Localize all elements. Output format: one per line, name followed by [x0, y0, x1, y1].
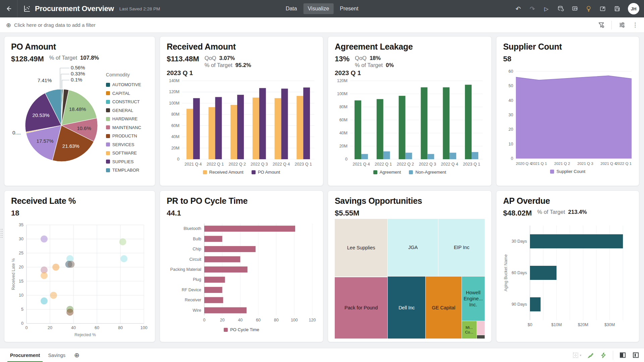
user-avatar[interactable]: JH	[628, 3, 639, 14]
legend-item[interactable]: Supplier Count	[550, 169, 585, 174]
redo-button[interactable]: ↷	[527, 3, 538, 14]
canvas-layout-button[interactable]: ▾	[572, 352, 581, 359]
canvas-drag-handle[interactable]	[0, 228, 3, 238]
po-amount-pie-chart[interactable]: 18.48%10.6%21.63%17.57%0....20.53%7.41%0…	[11, 63, 106, 174]
legend-item[interactable]: SERVICES	[106, 142, 148, 147]
savings-treemap-chart[interactable]: Lee SuppliesJGAEIP IncPack for PoundDell…	[335, 219, 485, 339]
svg-text:2021 Q 2: 2021 Q 2	[554, 162, 570, 166]
legend-item[interactable]: Received Amount	[203, 170, 244, 175]
svg-text:60M: 60M	[171, 123, 179, 128]
treemap-tile-dell-inc[interactable]: Dell Inc	[388, 277, 425, 339]
svg-text:2022 Q 2: 2022 Q 2	[228, 162, 246, 167]
svg-text:2022 Q 1: 2022 Q 1	[207, 162, 224, 167]
save-button[interactable]: ▾	[611, 3, 623, 14]
supplier-count-area-chart[interactable]: 01020304050602020 Q 42021 Q 12021 Q 2202…	[503, 68, 633, 167]
legend-item[interactable]: MAINTENANC	[106, 125, 148, 130]
legend-swatch	[106, 108, 110, 112]
svg-text:60: 60	[256, 318, 261, 322]
tab-visualize[interactable]: Visualize	[303, 3, 333, 14]
treemap-tile-pack-for-pound[interactable]: Pack for Pound	[335, 277, 387, 339]
treemap-tile-eip-inc[interactable]: EIP Inc	[438, 219, 485, 276]
qoq-value: 3.07%	[219, 55, 235, 61]
tab-data[interactable]: Data	[281, 3, 302, 14]
legend-swatch	[373, 170, 377, 174]
add-filter-button[interactable]: ⊕ Click here or drag data to add a filte…	[6, 22, 96, 28]
legend-label: CAPITAL	[112, 91, 130, 96]
svg-text:0.1%: 0.1%	[71, 77, 82, 82]
card-title: PR to PO Cycle Time	[167, 196, 316, 206]
comments-button[interactable]: ▾	[569, 3, 580, 14]
card-received-late: Received Late % 18 020406080100051015202…	[4, 190, 155, 342]
svg-text:2022 Q 2: 2022 Q 2	[397, 162, 414, 167]
card-received-amount: Received Amount $113.48M QoQ 3.07% % of …	[160, 36, 323, 186]
period-label: 2023 Q 1	[335, 69, 485, 77]
svg-text:80: 80	[118, 325, 123, 330]
legend-swatch	[106, 125, 110, 129]
canvas-style-button[interactable]	[587, 352, 594, 359]
treemap-tile-jga[interactable]: JGA	[388, 219, 438, 276]
legend-label: PO Amount	[258, 170, 280, 175]
legend-item[interactable]: TEMPLABOR	[106, 168, 148, 173]
received-amount-bar-chart[interactable]: 020M40M60M80M100M120M140M2021 Q 42022 Q …	[167, 77, 317, 168]
kpi-value: 44.1	[167, 209, 181, 218]
run-button[interactable]: ▷	[541, 3, 552, 14]
pr-po-cycle-hbar-chart[interactable]: BluetoothBulbChipCircuitPacking Material…	[167, 221, 317, 325]
treemap-tile-mi-co[interactable]: Mi... Co...	[462, 321, 477, 339]
add-canvas-button[interactable]: ⊕	[74, 351, 79, 359]
treemap-tile-lee-supplies[interactable]: Lee Supplies	[335, 219, 387, 277]
treemap-tile[interactable]	[477, 335, 485, 339]
legend-item[interactable]: CAPITAL	[106, 91, 148, 96]
legend-item[interactable]: AUTOMOTIVE	[106, 82, 148, 87]
panel-left-toggle[interactable]	[619, 352, 626, 359]
legend-item[interactable]: PO Cycle Time	[224, 327, 259, 332]
agreement-leakage-bar-chart[interactable]: 020M40M60M80M100M120M2021 Q 42022 Q 1202…	[335, 77, 485, 168]
svg-text:50: 50	[508, 83, 513, 88]
legend-item[interactable]: Non-Agreement	[409, 170, 446, 175]
card-title: PO Amount	[11, 42, 148, 52]
ap-overdue-hbar-chart[interactable]: 30 Days60 Days90 Days$0$10M$20M$30MAging…	[503, 220, 632, 334]
target-label: % of Target	[205, 62, 232, 68]
treemap-tile-label: EIP Inc	[454, 244, 469, 250]
svg-text:0: 0	[345, 157, 347, 162]
legend-item[interactable]: SOFTWARE	[106, 150, 148, 156]
data-settings-button[interactable]	[619, 21, 626, 28]
svg-text:15: 15	[19, 279, 23, 284]
auto-apply-button[interactable]	[600, 352, 607, 359]
svg-text:40: 40	[71, 325, 76, 330]
treemap-tile-howell-engine-inc[interactable]: Howell Engine... Inc.	[462, 277, 485, 320]
legend-item[interactable]: GENERAL	[106, 108, 148, 113]
panel-right-toggle[interactable]	[632, 352, 639, 359]
legend-item[interactable]: PO Amount	[252, 170, 280, 175]
svg-text:60: 60	[95, 325, 99, 330]
legend-swatch	[106, 168, 110, 172]
filter-settings-button[interactable]	[598, 21, 605, 28]
card-title: Received Late %	[11, 196, 148, 206]
canvas-menu-button[interactable]: ⋮	[632, 21, 638, 28]
treemap-tile[interactable]	[477, 321, 485, 335]
export-button[interactable]	[597, 3, 608, 14]
received-late-scatter-chart[interactable]: 02040608010005101520253035Rejected %Rece…	[11, 222, 148, 338]
svg-text:10.6%: 10.6%	[77, 125, 91, 131]
legend-item[interactable]: Agreement	[373, 170, 401, 175]
svg-text:80M: 80M	[339, 105, 347, 109]
lightbulb-icon	[585, 5, 592, 12]
legend-item[interactable]: CONSTRUCT	[106, 99, 148, 104]
svg-text:10: 10	[508, 142, 513, 146]
refresh-data-button[interactable]	[555, 3, 566, 14]
svg-text:60: 60	[508, 69, 513, 74]
legend-item[interactable]: PRODUCTN	[106, 133, 148, 138]
legend-item[interactable]: SUPPLIES	[106, 159, 148, 164]
legend-item[interactable]: HARDWARE	[106, 116, 148, 121]
canvas-tab-procurement[interactable]: Procurement	[6, 348, 44, 362]
target-label: % of Target	[355, 62, 383, 68]
tab-present[interactable]: Present	[335, 3, 363, 14]
card-title: Agreement Leakage	[335, 42, 485, 52]
svg-text:30: 30	[19, 237, 23, 241]
canvas-tab-savings[interactable]: Savings	[44, 348, 69, 362]
bottom-bar-divider	[613, 351, 613, 360]
insights-button[interactable]	[583, 3, 594, 14]
treemap-tile-ge-capital[interactable]: GE Capital	[426, 277, 461, 339]
back-button[interactable]	[0, 0, 17, 17]
undo-button[interactable]: ↶	[513, 3, 524, 14]
card-ap-overdue: AP Overdue $48.02M % of Target 213.4% 30…	[496, 190, 639, 342]
